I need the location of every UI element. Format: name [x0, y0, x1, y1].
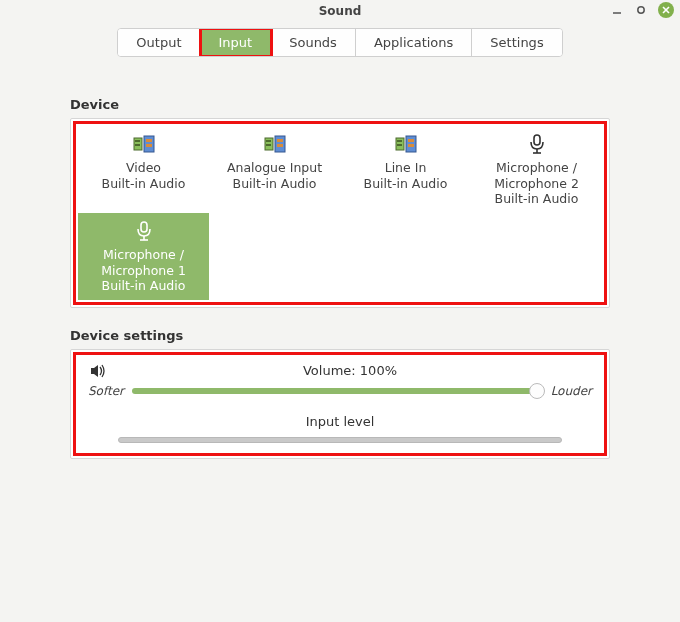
svg-rect-7 — [146, 144, 152, 147]
svg-rect-13 — [277, 144, 283, 147]
svg-rect-18 — [408, 139, 414, 142]
svg-rect-22 — [534, 135, 540, 145]
device-item[interactable]: Analogue InputBuilt-in Audio — [209, 126, 340, 213]
tab-sounds[interactable]: Sounds — [271, 29, 356, 56]
volume-icon — [88, 363, 108, 379]
svg-rect-15 — [266, 144, 271, 146]
svg-rect-6 — [146, 139, 152, 142]
svg-rect-14 — [266, 140, 271, 142]
device-item[interactable]: VideoBuilt-in Audio — [78, 126, 209, 213]
microphone-icon — [130, 219, 158, 243]
soundcard-icon — [392, 132, 420, 156]
volume-softer-label: Softer — [88, 384, 124, 398]
tab-settings[interactable]: Settings — [472, 29, 561, 56]
volume-slider-thumb[interactable] — [529, 383, 545, 399]
svg-rect-25 — [141, 222, 147, 232]
device-item[interactable]: Microphone / Microphone 2Built-in Audio — [471, 126, 602, 213]
svg-rect-20 — [397, 140, 402, 142]
svg-rect-19 — [408, 144, 414, 147]
window-titlebar: Sound — [0, 0, 680, 22]
tab-applications[interactable]: Applications — [356, 29, 472, 56]
device-settings-section-label: Device settings — [70, 328, 610, 343]
svg-rect-9 — [135, 144, 140, 146]
soundcard-icon — [130, 132, 158, 156]
device-label: Microphone / Microphone 2Built-in Audio — [475, 160, 598, 207]
volume-louder-label: Louder — [551, 384, 592, 398]
volume-slider[interactable] — [132, 388, 543, 394]
device-label: Analogue InputBuilt-in Audio — [227, 160, 322, 191]
svg-point-1 — [638, 7, 644, 13]
window-title: Sound — [319, 4, 362, 18]
tab-output[interactable]: Output — [118, 29, 200, 56]
device-settings-panel: Volume: 100% Softer Louder Input level — [70, 349, 610, 459]
device-section-label: Device — [70, 97, 610, 112]
soundcard-icon — [261, 132, 289, 156]
window-minimize-button[interactable] — [610, 3, 624, 17]
device-item[interactable]: Line InBuilt-in Audio — [340, 126, 471, 213]
device-label: Microphone / Microphone 1Built-in Audio — [82, 247, 205, 294]
volume-label: Volume: 100% — [108, 363, 592, 378]
device-label: Line InBuilt-in Audio — [364, 160, 448, 191]
tab-input[interactable]: Input — [201, 29, 272, 56]
device-item[interactable]: Microphone / Microphone 1Built-in Audio — [78, 213, 209, 300]
tab-bar: Output Input Sounds Applications Setting… — [117, 28, 562, 57]
input-level-label: Input level — [88, 414, 592, 429]
window-maximize-button[interactable] — [634, 3, 648, 17]
svg-marker-28 — [91, 365, 98, 377]
input-level-meter — [118, 437, 562, 443]
window-close-button[interactable] — [658, 2, 674, 18]
svg-rect-12 — [277, 139, 283, 142]
svg-rect-21 — [397, 144, 402, 146]
microphone-icon — [523, 132, 551, 156]
device-label: VideoBuilt-in Audio — [102, 160, 186, 191]
device-panel: VideoBuilt-in Audio Analogue InputBuilt-… — [70, 118, 610, 308]
svg-rect-8 — [135, 140, 140, 142]
